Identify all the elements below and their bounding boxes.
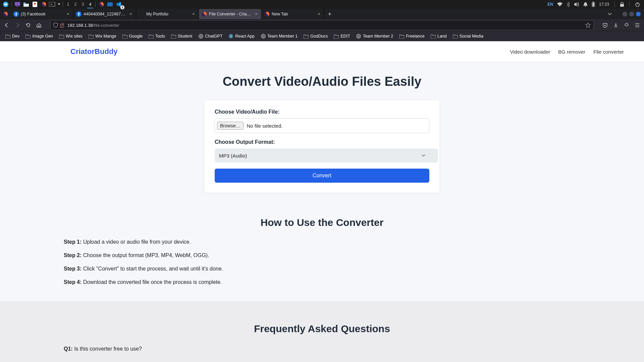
bookmark-label: EDIT [340, 34, 350, 39]
bookmark-label: ChatGPT [205, 34, 222, 39]
tab-favicon [139, 11, 144, 17]
bookmark-item[interactable]: Team Member 2 [354, 33, 396, 40]
workspace-1[interactable]: 1 [64, 0, 72, 9]
browser-tab[interactable]: New Tab× [262, 9, 324, 19]
bookmark-item[interactable]: Image Gen [23, 33, 56, 40]
shield-icon[interactable] [53, 22, 58, 28]
svg-point-27 [231, 36, 232, 37]
insecure-lock-icon[interactable] [60, 23, 65, 28]
tab-title: File Converter - CriatorBuddy [209, 12, 251, 16]
browser-tab[interactable]: My Portfolio× [136, 9, 199, 19]
nav-reload-button[interactable] [23, 20, 33, 30]
volume-icon[interactable] [574, 2, 579, 7]
downloads-icon[interactable] [611, 20, 621, 30]
keyboard-lang[interactable]: EN [547, 2, 553, 7]
firefox-toolbar-icon[interactable] [0, 11, 11, 17]
file-input[interactable]: Browse… No file selected. [215, 118, 429, 133]
browser-tab-strip: (3) Facebook×440440084_1224874608×My Por… [0, 9, 644, 19]
window-minimize-dot[interactable] [623, 12, 627, 16]
site-nav-link[interactable]: BG remover [558, 49, 585, 55]
format-select[interactable]: MP3 (Audio) [215, 148, 438, 163]
bookmark-item[interactable]: Land [428, 33, 449, 40]
tab-close-icon[interactable]: × [253, 11, 259, 17]
bookmark-item[interactable]: ChatGPT [196, 33, 225, 40]
bookmark-item[interactable]: Wix Mange [86, 33, 119, 40]
format-select-label: Choose Output Format: [215, 139, 429, 145]
folder-icon [431, 34, 436, 39]
window-close-dot[interactable] [636, 12, 641, 16]
bookmark-item[interactable]: Student [168, 33, 195, 40]
tab-close-icon[interactable]: × [191, 11, 197, 17]
task-vscode-icon[interactable]: 2 [114, 0, 123, 9]
svg-rect-11 [107, 2, 113, 6]
extensions-icon[interactable] [622, 20, 631, 30]
bookmark-item[interactable]: Tools [146, 33, 168, 40]
battery-icon[interactable] [592, 2, 595, 7]
app-menu-icon[interactable] [633, 20, 642, 30]
bookmark-label: Freelance [406, 34, 425, 39]
tab-close-icon[interactable]: × [65, 11, 71, 17]
app-terminal-icon[interactable]: >_ [48, 0, 57, 9]
url-bar[interactable]: 192.168.1.38/file-converter [50, 20, 594, 30]
task-desktop-icon[interactable] [106, 0, 114, 9]
workspace-3[interactable]: 3 [79, 0, 87, 9]
browse-button[interactable]: Browse… [217, 122, 244, 130]
svg-rect-3 [23, 2, 25, 3]
wifi-icon[interactable] [557, 2, 562, 6]
bookmark-item[interactable]: Dev [3, 33, 22, 40]
bookmark-item[interactable]: React App [226, 33, 257, 40]
browser-tab[interactable]: File Converter - CriatorBuddy× [199, 9, 262, 19]
hero-heading: Convert Video/Audio Files Easily [0, 74, 644, 89]
globe-icon [356, 34, 361, 39]
window-maximize-dot[interactable] [629, 12, 634, 16]
svg-rect-16 [620, 4, 624, 7]
svg-point-6 [34, 3, 36, 5]
tab-close-icon[interactable]: × [128, 11, 134, 17]
task-firefox-icon[interactable] [97, 0, 106, 9]
bookmark-item[interactable]: EDIT [331, 33, 353, 40]
bookmark-item[interactable]: Social Media [450, 33, 486, 40]
faq-q1: Q1: Is this converter free to use? [64, 346, 580, 352]
convert-button[interactable]: Convert [215, 169, 429, 183]
bluetooth-icon[interactable] [567, 2, 570, 7]
browser-tab[interactable]: (3) Facebook× [11, 9, 73, 19]
bookmark-item[interactable]: Wix sites [56, 33, 85, 40]
vscode-badge: 2 [120, 5, 124, 9]
bookmark-item[interactable]: Freelance [396, 33, 427, 40]
howto-step: Step 1: Upload a video or audio file fro… [64, 239, 580, 245]
site-nav-link[interactable]: Video downloader [510, 49, 550, 55]
bookmark-item[interactable]: GodDocs [301, 33, 330, 40]
power-icon[interactable] [635, 2, 640, 7]
svg-rect-15 [592, 3, 594, 6]
svg-rect-18 [637, 2, 638, 4]
bookmark-label: Google [129, 34, 143, 39]
bookmark-star-icon[interactable] [585, 22, 591, 28]
tab-close-icon[interactable]: × [316, 11, 322, 17]
nav-home-button[interactable] [34, 20, 44, 30]
bookmark-item[interactable]: Google [120, 33, 145, 40]
nav-back-button[interactable] [2, 20, 11, 30]
bookmark-label: Wix Mange [95, 34, 116, 39]
app-files-icon[interactable] [22, 0, 31, 9]
lock-session-icon[interactable] [620, 2, 624, 7]
tab-favicon [76, 11, 82, 17]
clock[interactable]: 17:23 [599, 2, 609, 7]
bookmark-label: GodDocs [310, 34, 328, 39]
tabs-dropdown-icon[interactable] [608, 13, 612, 15]
app-launcher-icon[interactable] [1, 0, 10, 9]
app-firefox-icon[interactable] [39, 0, 48, 9]
howto-step: Step 4: Download the converted file once… [64, 279, 580, 285]
bookmark-item[interactable]: Team Member 1 [258, 33, 300, 40]
workspace-2[interactable]: 2 [72, 0, 79, 9]
site-nav-link[interactable]: File converter [593, 49, 624, 55]
brand-logo[interactable]: CriatorBuddy [70, 47, 118, 56]
pocket-icon[interactable] [600, 20, 610, 30]
terminal-dropdown-icon[interactable] [57, 0, 61, 9]
new-tab-button[interactable]: + [324, 9, 335, 19]
browser-tab[interactable]: 440440084_1224874608× [73, 9, 136, 19]
workspace-4[interactable]: 4 [87, 0, 94, 9]
notifications-icon[interactable] [583, 2, 588, 7]
bookmark-label: Dev [12, 34, 19, 39]
app-browser-icon[interactable] [31, 0, 39, 9]
app-desktop-icon[interactable] [13, 0, 22, 9]
